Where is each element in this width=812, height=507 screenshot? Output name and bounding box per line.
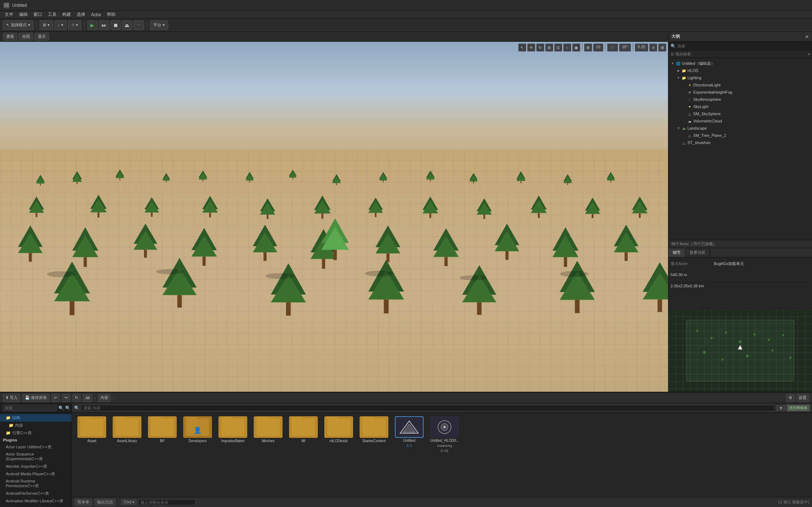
sidebar-search-input[interactable] [2,405,57,411]
menu-edit[interactable]: 编辑 [16,11,31,18]
history-forward-button[interactable]: ↪ [62,394,70,402]
lighting-button[interactable]: 光照 [19,33,33,41]
tree-node-directional-light[interactable]: ☀ DirectionalLight [668,81,812,89]
view-layers-button[interactable]: 4 [649,44,657,51]
menu-tools[interactable]: 工具 [45,11,59,18]
menu-select[interactable]: 选择 [74,11,88,18]
minimap[interactable] [668,309,812,392]
tree-node-sky-light[interactable]: ✦ SkyLight [668,103,812,110]
stop-button[interactable]: ⏹ [110,21,121,30]
tree-node-exp-height-fog[interactable]: ≋ ExponentialHeightFog [668,89,812,96]
sidebar-item-content[interactable]: 📁 内容 [0,422,72,429]
settings-gear-button[interactable]: ⚙ [786,394,795,402]
all-button[interactable]: All [83,394,92,402]
tree-node-volumetric-cloud[interactable]: ☁ VolumetricCloud [668,117,812,125]
maximize-button[interactable]: ◉ [572,44,580,51]
sidebar-plugin-6[interactable]: AndroidFileServerC++类 [0,490,72,497]
play-button[interactable]: ▶ [87,21,98,30]
filter-dropdown-button[interactable]: ▼ [776,405,785,410]
perspective-button[interactable]: 透视 [3,33,17,41]
content-main: 🔍 ▼ 静态网格体 Asset A [72,403,812,507]
select-mode-button[interactable]: ↖ 选择模式 ▾ [3,21,33,30]
translate-tool-button[interactable]: ✛ [527,44,535,51]
scale-tool-button[interactable]: ⊞ [545,44,553,51]
camera-fov[interactable]: 10° [619,44,631,51]
sidebar-item-root[interactable]: 📁 结构 [0,414,72,422]
menu-file[interactable]: 文件 [2,11,16,18]
tree-node-untitled-editor[interactable]: ▼ 🌐 Untitled（编辑器） [668,60,812,67]
view-options-button[interactable]: ⊞ [658,44,666,51]
tree-node-sky-atmosphere[interactable]: ◌ SkyAtmosphere [668,96,812,103]
sidebar-plugin-3[interactable]: Alembic ImporterC++类 [0,463,72,470]
sidebar-plugin-1[interactable]: Actor Layer UtilitiesC++类 [0,443,72,451]
view-mode-button[interactable]: ⊞▾ [40,21,53,30]
asset-item-bp[interactable]: BP [146,416,179,453]
camera-speed-button[interactable]: ○ [563,44,571,51]
eject-button[interactable]: ⏏ [122,21,132,30]
rotate-tool-button[interactable]: ↻ [536,44,544,51]
sidebar-item-plugins[interactable]: Plugins [0,437,72,443]
sidebar-filter-icon[interactable]: 🔍 [65,405,71,410]
sidebar-item-engine[interactable]: 📁 引擎C++类 [0,429,72,437]
menu-actor[interactable]: Actor [88,12,104,18]
tree-node-sm-tree-plane[interactable]: △ SM_Tree_Plane_2 [668,132,812,139]
save-all-button[interactable]: 💾 保存所有 [22,394,49,402]
status-console-button[interactable]: 简单单 [75,499,92,506]
show-button[interactable]: 显示 [35,33,49,41]
asset-item-assetlibrary[interactable]: AssetLibrary [111,416,143,453]
sidebar-plugin-4[interactable]: Android Media PlayerC++类 [0,470,72,478]
sidebar-plugin-2[interactable]: Actor Sequence (Experimental)C++类 [0,451,72,463]
tab-details[interactable]: 细节 [668,248,685,257]
asset-item-rdlodtools[interactable]: rdLODtools [322,416,355,453]
menu-window[interactable]: 窗口 [31,11,45,18]
asset-item-asset[interactable]: Asset [76,416,108,453]
tree-node-landscape[interactable]: ▼ ⛰ Landscape [668,125,812,132]
settings-button[interactable]: 设置 [796,394,809,402]
tree-node-hlod[interactable]: ▶ 📁 HLOD [668,67,812,74]
asset-item-untitled-hlod[interactable]: Untitled_HLOD0... Instancing 共0项 [428,416,461,453]
sidebar-plugin-8[interactable]: Animation Sharing内容 [0,505,72,507]
select-tool-button[interactable]: ↖ [518,44,526,51]
fov-button[interactable]: 10 [593,44,603,51]
history-back-button[interactable]: ↩ [51,394,60,402]
expand-hlod-icon[interactable]: ▶ [676,68,681,73]
platform-button[interactable]: 平台▾ [150,21,168,30]
asset-item-developers[interactable]: 👤 Developers [181,416,214,453]
sidebar-plugin-7[interactable]: Animation Modifier LibraryC++类 [0,497,72,505]
asset-item-untitled[interactable]: Untitled 关卡 [393,416,425,453]
filter-dropdown[interactable]: ▾ [808,52,810,56]
tree-node-sm-sky-sphere[interactable]: △ SM_SkySphere [668,110,812,117]
speed-display[interactable]: 0.25 [635,44,648,51]
menu-build[interactable]: 构建 [59,11,74,18]
more-options-button[interactable]: ⋯ [134,21,144,30]
outliner-search-input[interactable] [677,44,810,48]
expand-lighting-icon[interactable]: ▼ [676,75,681,81]
step-button[interactable]: ⏭ [99,21,109,30]
content-search-input[interactable] [81,405,775,411]
asset-item-startercontent[interactable]: StarterContent [358,416,390,453]
asset-item-mi[interactable]: MI [287,416,320,453]
import-button[interactable]: ⬆ 导入 [3,394,20,402]
tree-node-st-shuishan[interactable]: △ ST_shuishan [668,139,812,146]
asset-item-meshes[interactable]: Meshes [252,416,284,453]
transform-button[interactable]: ↕▾ [54,21,67,30]
expand-icon[interactable]: ▼ [670,60,676,66]
static-mesh-tag-button[interactable]: 静态网格体 [787,405,810,411]
transform-tool-button[interactable]: ⊡ [554,44,562,51]
grid-button[interactable]: ⊞ [584,44,592,51]
outliner-close-button[interactable]: ✕ [805,34,809,40]
refresh-button[interactable]: ↻ [72,394,81,402]
output-log-button[interactable]: 输出日志 [95,499,116,506]
content-browser-search-row: 🔍 ▼ 静态网格体 [72,403,812,413]
camera-icon[interactable]: 🎥 [607,44,618,51]
expand-landscape-icon[interactable]: ▼ [676,125,681,131]
snap-button[interactable]: ⊹▾ [68,21,81,30]
tree-node-lighting[interactable]: ▼ 📁 Lighting [668,74,812,81]
content-breadcrumb-button[interactable]: 内容 [98,394,111,402]
sidebar-plugin-5[interactable]: Android Runtime PermissionsC++类 [0,478,72,490]
cmd-input[interactable] [138,499,196,505]
tab-world-partition[interactable]: 世界分区 [685,248,710,257]
menu-help[interactable]: 帮助 [104,11,118,18]
viewport[interactable]: 透视 光照 显示 [0,32,668,392]
asset-item-impostorbaker[interactable]: ImpostorBaker [217,416,249,453]
